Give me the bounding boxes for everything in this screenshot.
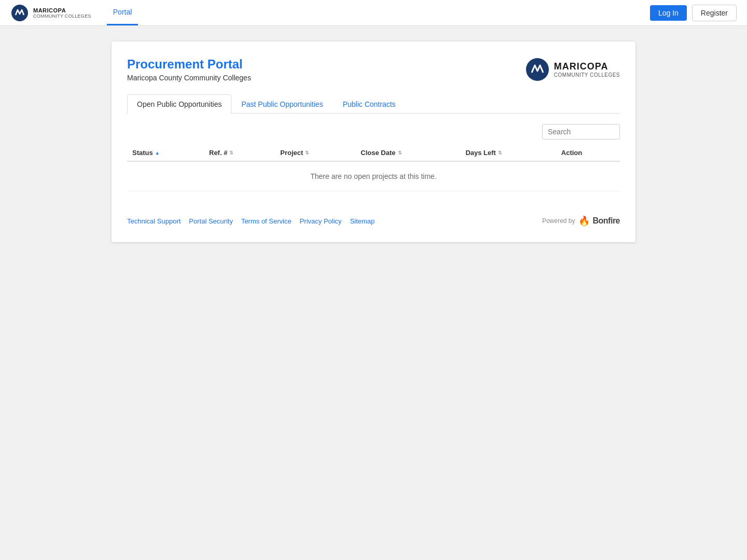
- footer-link-sitemap[interactable]: Sitemap: [350, 217, 375, 225]
- table-body: There are no open projects at this time.: [127, 161, 620, 191]
- powered-by: Powered by 🔥 Bonfire: [542, 215, 620, 227]
- col-days-left[interactable]: Days Left: [460, 145, 556, 161]
- bonfire-icon: 🔥: [578, 215, 590, 227]
- tab-open-opportunities[interactable]: Open Public Opportunities: [127, 94, 231, 114]
- maricopa-logo-icon: [10, 4, 29, 22]
- sort-ref-icon: [229, 150, 233, 156]
- opportunities-table: Status Ref. # Project: [127, 145, 620, 191]
- footer-link-portal-security[interactable]: Portal Security: [189, 217, 233, 225]
- footer-link-technical-support[interactable]: Technical Support: [127, 217, 181, 225]
- col-close-date[interactable]: Close Date: [355, 145, 460, 161]
- nav-logo: MARICOPA COMMUNITY COLLEGES: [10, 4, 91, 22]
- register-button[interactable]: Register: [692, 5, 737, 21]
- nav-logo-text: MARICOPA COMMUNITY COLLEGES: [33, 7, 91, 19]
- nav-portal-link[interactable]: Portal: [107, 0, 139, 25]
- sort-close-date-icon: [398, 150, 402, 156]
- nav-links: Portal: [107, 0, 139, 25]
- col-status[interactable]: Status: [127, 145, 204, 161]
- tabs-container: Open Public Opportunities Past Public Op…: [127, 94, 620, 114]
- portal-title-area: Procurement Portal Maricopa County Commu…: [127, 57, 251, 82]
- portal-footer: Technical Support Portal Security Terms …: [127, 207, 620, 227]
- sort-days-left-icon: [498, 150, 502, 156]
- footer-link-privacy[interactable]: Privacy Policy: [300, 217, 342, 225]
- table-empty-message: There are no open projects at this time.: [127, 161, 620, 191]
- login-button[interactable]: Log In: [650, 5, 687, 21]
- tab-past-opportunities[interactable]: Past Public Opportunities: [231, 94, 333, 114]
- col-ref[interactable]: Ref. #: [204, 145, 275, 161]
- top-navigation: MARICOPA COMMUNITY COLLEGES Portal Log I…: [0, 0, 747, 26]
- portal-title: Procurement Portal: [127, 57, 251, 72]
- col-action: Action: [556, 145, 620, 161]
- portal-logo-text: MARICOPA COMMUNITY COLLEGES: [554, 61, 620, 78]
- tab-public-contracts[interactable]: Public Contracts: [333, 94, 406, 114]
- footer-links: Technical Support Portal Security Terms …: [127, 217, 375, 225]
- search-input[interactable]: [542, 124, 620, 139]
- main-content: Procurement Portal Maricopa County Commu…: [112, 41, 635, 242]
- table-header-row: Status Ref. # Project: [127, 145, 620, 161]
- nav-actions: Log In Register: [650, 5, 737, 21]
- table-header: Status Ref. # Project: [127, 145, 620, 161]
- table-toolbar: [127, 124, 620, 139]
- sort-project-icon: [305, 150, 309, 156]
- sort-status-icon: [155, 150, 160, 156]
- portal-subtitle: Maricopa County Community Colleges: [127, 74, 251, 82]
- portal-header: Procurement Portal Maricopa County Commu…: [127, 57, 620, 82]
- table-empty-row: There are no open projects at this time.: [127, 161, 620, 191]
- col-project[interactable]: Project: [275, 145, 355, 161]
- powered-by-label: Powered by: [542, 217, 575, 225]
- bonfire-brand: Bonfire: [593, 216, 620, 226]
- footer-link-terms[interactable]: Terms of Service: [241, 217, 292, 225]
- portal-logo: MARICOPA COMMUNITY COLLEGES: [525, 57, 620, 82]
- portal-maricopa-logo-icon: [525, 57, 550, 82]
